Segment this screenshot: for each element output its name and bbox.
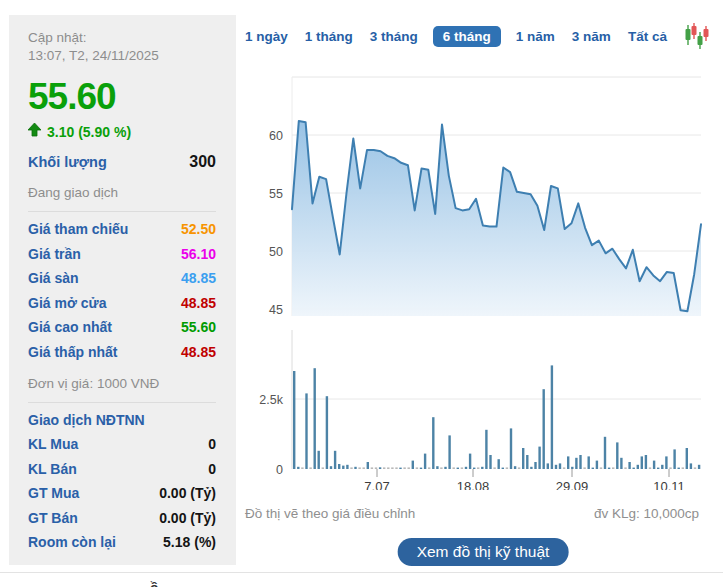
current-price: 55.60 [28, 77, 216, 117]
svg-text:18.08: 18.08 [457, 479, 490, 490]
row-value: 48.85 [181, 270, 216, 286]
svg-text:60: 60 [269, 129, 283, 143]
price-detail-rows: Giá tham chiếu52.50Giá trần56.10Giá sàn4… [28, 221, 216, 368]
partial-text-cutoff: ề [150, 580, 158, 587]
stock-quote-page: Cập nhật: 13:07, T2, 24/11/2025 55.60 3.… [0, 0, 723, 587]
svg-text:0: 0 [276, 463, 283, 477]
row-label: GT Bán [28, 510, 78, 526]
row-value: 48.85 [181, 295, 216, 311]
quote-row: Giá mở cửa48.85 [28, 295, 216, 320]
range-tab[interactable]: 6 tháng [433, 26, 501, 47]
row-label: KL Mua [28, 436, 78, 452]
svg-text:50: 50 [269, 245, 283, 259]
row-value: 0.00 (Tỷ) [159, 485, 216, 501]
row-value: 0 [208, 436, 216, 452]
svg-text:10.11: 10.11 [653, 479, 685, 490]
range-tab[interactable]: Tất cả [626, 26, 669, 47]
candlestick-chart-icon[interactable] [684, 23, 709, 50]
volume-label: Khối lượng [28, 154, 107, 170]
svg-text:29.09: 29.09 [556, 479, 589, 490]
volume-row: Khối lượng 300 [28, 153, 216, 171]
last-updated-time: 13:07, T2, 24/11/2025 [28, 47, 216, 65]
range-tab[interactable]: 3 tháng [368, 26, 420, 47]
svg-text:7.07: 7.07 [364, 479, 389, 490]
volume-unit-note: đv KLg: 10,000cp [594, 506, 699, 521]
foreign-detail-rows: KL Mua0KL Bán0GT Mua0.00 (Tỷ)GT Bán0.00 … [28, 436, 216, 559]
row-label: Giá cao nhất [28, 319, 112, 335]
row-value: 52.50 [181, 221, 216, 237]
technical-chart-button[interactable]: Xem đồ thị kỹ thuật [398, 538, 569, 566]
range-tabs: 1 ngày1 tháng3 tháng6 tháng1 năm3 nămTất… [243, 23, 709, 50]
price-change: 3.10 (5.90 %) [28, 123, 216, 140]
svg-text:45: 45 [269, 303, 283, 317]
quote-row: Giá cao nhất55.60 [28, 319, 216, 344]
svg-text:2.5k: 2.5k [259, 393, 283, 407]
up-arrow-icon [28, 123, 41, 140]
chart-note-left: Đồ thị vẽ theo giá điều chỉnh [245, 506, 415, 521]
range-tab[interactable]: 3 năm [570, 26, 613, 47]
row-value: 0.00 (Tỷ) [159, 510, 216, 526]
price-unit-note: Đơn vị giá: 1000 VNĐ [28, 376, 216, 391]
row-value: 5.18 (%) [163, 534, 216, 550]
last-updated-label: Cập nhật: [28, 29, 216, 47]
last-updated: Cập nhật: 13:07, T2, 24/11/2025 [28, 29, 216, 65]
quote-panel: Cập nhật: 13:07, T2, 24/11/2025 55.60 3.… [9, 15, 236, 565]
row-label: Giá thấp nhất [28, 344, 117, 360]
price-change-text: 3.10 (5.90 %) [47, 124, 131, 140]
row-value: 55.60 [181, 319, 216, 335]
row-value: 48.85 [181, 344, 216, 360]
row-label: GT Mua [28, 485, 79, 501]
svg-text:55: 55 [269, 187, 283, 201]
range-tab[interactable]: 1 tháng [303, 26, 355, 47]
row-value: 0 [208, 461, 216, 477]
range-tab[interactable]: 1 ngày [243, 26, 290, 47]
quote-row: GT Mua0.00 (Tỷ) [28, 485, 216, 510]
trading-status: Đang giao dịch [28, 185, 216, 200]
row-label: Giá mở cửa [28, 295, 106, 311]
quote-row: Giá tham chiếu52.50 [28, 221, 216, 246]
row-label: Room còn lại [28, 534, 116, 550]
divider [28, 402, 216, 403]
quote-row: Giá thấp nhất48.85 [28, 344, 216, 369]
row-value: 56.10 [181, 246, 216, 262]
row-label: Giá trần [28, 246, 81, 262]
quote-row: GT Bán0.00 (Tỷ) [28, 510, 216, 535]
range-tab[interactable]: 1 năm [514, 26, 557, 47]
row-label: Giá tham chiếu [28, 221, 128, 237]
volume-value: 300 [189, 153, 216, 171]
quote-row: Giá trần56.10 [28, 246, 216, 271]
quote-row: KL Mua0 [28, 436, 216, 461]
foreign-section-title: Giao dịch NĐTNN [28, 412, 216, 436]
price-volume-chart: 605550452.5k07.0718.0829.0910.11 [236, 70, 723, 490]
divider [0, 572, 723, 573]
row-label: KL Bán [28, 461, 77, 477]
quote-row: KL Bán0 [28, 461, 216, 486]
divider [28, 211, 216, 212]
quote-row: Giá sàn48.85 [28, 270, 216, 295]
quote-row: Room còn lại5.18 (%) [28, 534, 216, 559]
row-label: Giá sàn [28, 270, 79, 286]
range-tabs-list: 1 ngày1 tháng3 tháng6 tháng1 năm3 nămTất… [243, 26, 669, 47]
